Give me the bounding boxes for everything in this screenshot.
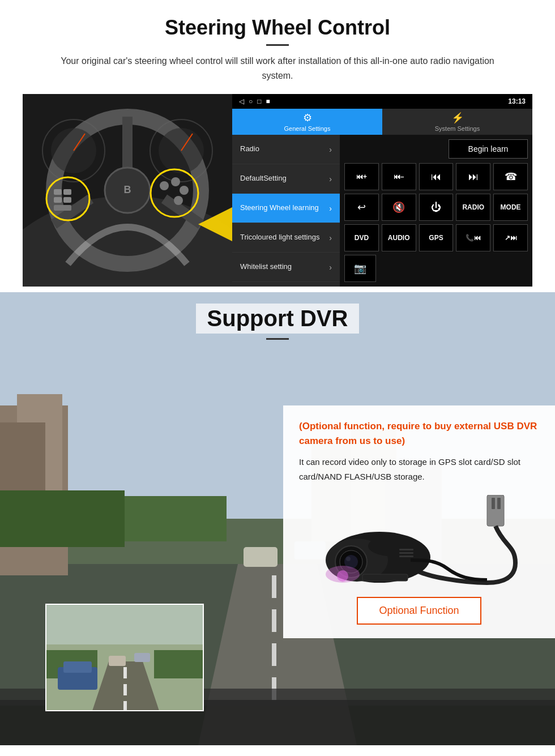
svg-point-21 — [160, 181, 169, 190]
dvd-btn[interactable]: DVD — [344, 224, 379, 251]
menu-icon: ■ — [266, 97, 270, 105]
svg-rect-18 — [54, 197, 62, 203]
svg-point-23 — [180, 186, 189, 195]
dvr-title-area: Support DVR — [0, 304, 555, 340]
steering-wheel-learning-panel: Begin learn ⏮+ ⏮– ⏮ ⏭ ☎ ↩ 🔇 ⏻ — [340, 135, 532, 287]
phone-btn[interactable]: ☎ — [493, 163, 528, 190]
menu-item-whitelist-label: Whitelist setting — [240, 262, 292, 272]
menu-item-tricoloured[interactable]: Tricoloured light settings › — [232, 223, 340, 253]
swl-row-4: 📷 — [344, 255, 528, 282]
svg-rect-50 — [123, 667, 127, 678]
dvr-info-card: (Optional function, require to buy exter… — [283, 405, 555, 638]
home-icon: ○ — [249, 97, 253, 105]
prev-track-btn[interactable]: ⏮ — [419, 163, 454, 190]
menu-item-radio-label: Radio — [240, 144, 259, 154]
dvr-camera-illustration — [299, 495, 539, 586]
camera-btn[interactable]: 📷 — [344, 255, 376, 282]
svg-rect-69 — [371, 537, 411, 549]
dvr-divider — [266, 338, 289, 340]
chevron-icon: › — [329, 145, 332, 154]
power-btn[interactable]: ⏻ — [419, 194, 454, 221]
steering-wheel-photo: B — [23, 94, 232, 287]
svg-rect-16 — [54, 189, 62, 195]
svg-rect-38 — [0, 490, 125, 547]
statusbar-time: 13:13 — [508, 97, 526, 105]
svg-rect-59 — [487, 495, 504, 526]
svg-rect-37 — [113, 496, 227, 541]
call-prev-btn[interactable]: 📞⏮ — [456, 224, 490, 251]
svg-rect-30 — [272, 575, 276, 598]
android-panel: ◁ ○ □ ■ 13:13 ⚙ General Settings ⚡ Syste… — [232, 94, 532, 287]
mute-btn[interactable]: 🔇 — [382, 194, 416, 221]
svg-rect-56 — [134, 653, 150, 662]
svg-text:B: B — [124, 184, 131, 195]
begin-learn-row: Begin learn — [344, 139, 528, 159]
svg-rect-54 — [154, 650, 204, 678]
swl-row-3: DVD AUDIO GPS 📞⏮ ↗⏭ — [344, 224, 528, 251]
svg-rect-61 — [497, 498, 501, 509]
android-statusbar: ◁ ○ □ ■ 13:13 — [232, 94, 532, 109]
audio-btn[interactable]: AUDIO — [382, 224, 416, 251]
dvr-description: It can record video only to storage in G… — [299, 455, 539, 484]
gear-icon: ⚙ — [303, 112, 312, 124]
svg-rect-55 — [109, 656, 126, 666]
optional-function-button[interactable]: Optional Function — [357, 597, 481, 625]
svg-rect-73 — [362, 574, 408, 581]
mode-btn[interactable]: MODE — [493, 194, 528, 221]
menu-item-radio[interactable]: Radio › — [232, 135, 340, 164]
tab-system-settings[interactable]: ⚡ System Settings — [382, 109, 532, 135]
svg-rect-71 — [399, 552, 413, 554]
recents-icon: □ — [257, 97, 261, 105]
svg-rect-31 — [272, 609, 276, 632]
svg-rect-32 — [272, 643, 276, 666]
svg-rect-17 — [63, 189, 71, 195]
svg-point-22 — [171, 177, 180, 186]
svg-rect-42 — [244, 547, 278, 567]
chevron-icon: › — [329, 233, 332, 242]
tab-general-label: General Settings — [284, 125, 331, 132]
menu-item-steering[interactable]: Steering Wheel learning › — [232, 194, 340, 223]
svg-rect-72 — [399, 556, 413, 557]
svg-point-75 — [337, 570, 348, 582]
svg-point-24 — [174, 196, 183, 205]
android-tabs: ⚙ General Settings ⚡ System Settings — [232, 109, 532, 135]
svg-rect-51 — [123, 684, 127, 695]
tab-general-settings[interactable]: ⚙ General Settings — [232, 109, 382, 135]
svg-rect-48 — [46, 605, 204, 644]
android-content: Radio › DefaultSetting › Steering Wheel … — [232, 135, 532, 287]
steering-section: Steering Wheel Control Your original car… — [0, 0, 555, 287]
steering-description: Your original car's steering wheel contr… — [45, 54, 510, 83]
svg-rect-52 — [123, 701, 127, 711]
dvr-preview-inner — [46, 605, 203, 710]
begin-learn-button[interactable]: Begin learn — [449, 139, 528, 159]
swl-row-1: ⏮+ ⏮– ⏮ ⏭ ☎ — [344, 163, 528, 190]
svg-rect-20 — [54, 205, 71, 211]
menu-item-steering-label: Steering Wheel learning — [240, 203, 319, 213]
menu-item-default[interactable]: DefaultSetting › — [232, 164, 340, 194]
dvr-preview-thumbnail — [45, 604, 204, 711]
svg-rect-58 — [63, 661, 92, 673]
vol-up-btn[interactable]: ⏮+ — [344, 163, 379, 190]
vol-down-btn[interactable]: ⏮– — [382, 163, 416, 190]
back-icon: ◁ — [239, 97, 244, 105]
svg-rect-19 — [63, 197, 71, 203]
radio-btn[interactable]: RADIO — [456, 194, 490, 221]
tab-system-label: System Settings — [435, 125, 480, 132]
next-prev-btn[interactable]: ↗⏭ — [493, 224, 528, 251]
svg-point-67 — [346, 557, 351, 561]
statusbar-icons: ◁ ○ □ ■ — [239, 97, 270, 105]
svg-rect-60 — [492, 498, 495, 509]
settings-menu: Radio › DefaultSetting › Steering Wheel … — [232, 135, 340, 287]
gps-btn[interactable]: GPS — [419, 224, 454, 251]
steering-title: Steering Wheel Control — [23, 16, 532, 40]
menu-item-tricoloured-label: Tricoloured light settings — [240, 233, 319, 242]
dvr-title: Support DVR — [196, 304, 360, 334]
steering-demo: B — [23, 94, 532, 287]
next-track-btn[interactable]: ⏭ — [456, 163, 490, 190]
dvr-section: Support DVR — [0, 292, 555, 745]
title-divider — [266, 44, 289, 46]
hangup-btn[interactable]: ↩ — [344, 194, 379, 221]
menu-item-whitelist[interactable]: Whitelist setting › — [232, 253, 340, 282]
settings-icon: ⚡ — [451, 112, 464, 124]
svg-rect-70 — [399, 549, 413, 550]
